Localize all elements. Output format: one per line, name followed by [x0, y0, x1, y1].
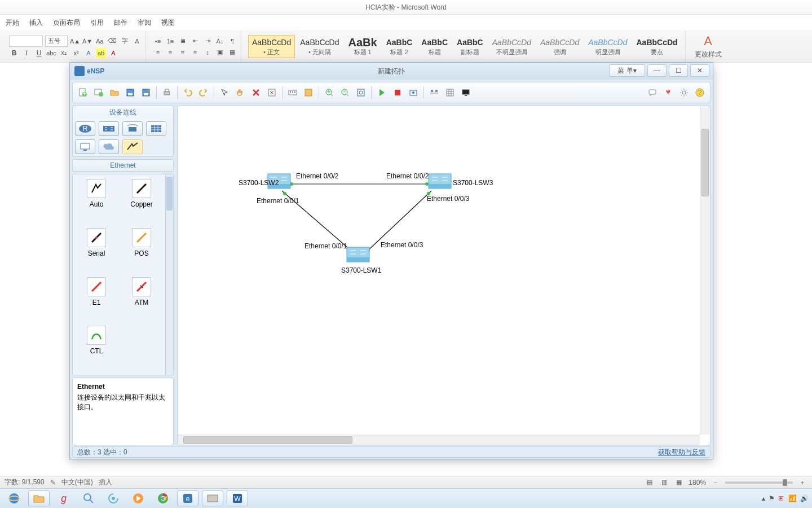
- ribbon-tab[interactable]: 页面布局: [53, 18, 80, 28]
- menu-button[interactable]: 菜 单 ▾: [609, 64, 645, 77]
- view-web-icon[interactable]: ▦: [674, 478, 684, 488]
- print-icon[interactable]: [160, 86, 174, 99]
- multilevel-icon[interactable]: ≣: [178, 36, 188, 46]
- align-left-icon[interactable]: ≡: [153, 47, 163, 58]
- switch-node[interactable]: S3700-LSW3: [429, 174, 493, 189]
- redo-icon[interactable]: [197, 86, 210, 99]
- zoom-slider[interactable]: [725, 481, 793, 484]
- ribbon-tab[interactable]: 审阅: [138, 18, 151, 28]
- cable-category-icon[interactable]: [122, 139, 143, 154]
- ensp-taskbar-icon[interactable]: e: [177, 491, 198, 506]
- save-icon[interactable]: [123, 86, 137, 99]
- ribbon-tab[interactable]: 开始: [6, 18, 19, 28]
- font-size-select[interactable]: 五号: [45, 36, 68, 47]
- align-center-icon[interactable]: ≡: [165, 47, 175, 58]
- tray-volume-icon[interactable]: 🔊: [800, 494, 809, 502]
- zoom-value[interactable]: 180%: [689, 479, 706, 487]
- grid-icon[interactable]: [443, 86, 457, 99]
- pan-icon[interactable]: [233, 86, 247, 99]
- cable-item-copper[interactable]: Copper: [120, 179, 163, 224]
- switch-node[interactable]: S3700-LSW1: [341, 247, 382, 274]
- underline-icon[interactable]: U: [34, 48, 44, 58]
- pointer-icon[interactable]: [218, 86, 231, 99]
- settings-icon[interactable]: [677, 86, 691, 99]
- delete-icon[interactable]: [249, 86, 263, 99]
- cloud-category-icon[interactable]: [99, 139, 119, 154]
- style-item[interactable]: AaBbC标题: [417, 35, 452, 58]
- open-icon[interactable]: [108, 86, 121, 99]
- capture-icon[interactable]: [407, 86, 420, 99]
- ensp-titlebar[interactable]: eNSP 新建拓扑 菜 单 ▾ — ☐ ✕: [70, 63, 713, 80]
- app-g-icon[interactable]: g: [53, 491, 74, 506]
- cable-item-auto[interactable]: Auto: [75, 179, 118, 224]
- clear-icon[interactable]: [265, 86, 279, 99]
- chrome-icon[interactable]: [152, 491, 174, 506]
- undo-icon[interactable]: [181, 86, 195, 99]
- grow-font-icon[interactable]: A▲: [70, 36, 80, 46]
- stop-icon[interactable]: [391, 86, 404, 99]
- help-icon[interactable]: ?: [693, 86, 707, 99]
- clear-format-icon[interactable]: ⌫: [107, 36, 117, 46]
- ie-icon[interactable]: [3, 491, 25, 506]
- view-print-icon[interactable]: ▤: [645, 478, 655, 488]
- text-effect-icon[interactable]: A: [83, 48, 94, 58]
- style-item[interactable]: AaBbCcDd• 正文: [248, 35, 295, 58]
- shading-icon[interactable]: ▣: [215, 47, 225, 58]
- explorer-icon[interactable]: [28, 491, 50, 506]
- app-keys-icon[interactable]: [202, 491, 223, 506]
- style-item[interactable]: AaBbCcDd强调: [536, 35, 583, 58]
- phonetic-icon[interactable]: 字: [120, 36, 130, 46]
- style-item[interactable]: AaBbC副标题: [453, 35, 487, 58]
- indent-inc-icon[interactable]: ⇥: [202, 36, 213, 46]
- cable-item-e1[interactable]: E1: [75, 277, 118, 322]
- palette-icon[interactable]: [302, 86, 315, 99]
- switch-category-icon[interactable]: [99, 121, 119, 136]
- close-button[interactable]: ✕: [690, 64, 709, 77]
- italic-icon[interactable]: I: [21, 48, 32, 58]
- sort-icon[interactable]: A↓: [215, 36, 225, 46]
- strike-icon[interactable]: abc: [46, 48, 56, 58]
- message-icon[interactable]: [646, 86, 659, 99]
- zoom-in-icon[interactable]: +: [797, 478, 807, 488]
- canvas-scrollbar-h[interactable]: [178, 435, 700, 445]
- style-item[interactable]: AaBbC标题 2: [382, 35, 417, 58]
- zoomin-icon[interactable]: +: [323, 86, 336, 99]
- start-icon[interactable]: [375, 86, 389, 99]
- subscript-icon[interactable]: x₂: [59, 48, 69, 58]
- align-right-icon[interactable]: ≡: [178, 47, 188, 58]
- style-item[interactable]: AaBbCcDd要点: [632, 35, 681, 58]
- firewall-category-icon[interactable]: [146, 121, 166, 136]
- saveas-icon[interactable]: [139, 86, 153, 99]
- zoom-fit-icon[interactable]: [354, 86, 368, 99]
- topology-canvas[interactable]: S3700-LSW2 S3700-LSW3 S3700-LSW1 Etherne…: [177, 106, 710, 445]
- bold-icon[interactable]: B: [9, 48, 19, 58]
- cable-item-serial[interactable]: Serial: [75, 228, 118, 273]
- cable-item-ctl[interactable]: CTL: [75, 326, 118, 370]
- line-spacing-icon[interactable]: ↕: [202, 47, 213, 58]
- cable-item-pos[interactable]: POS: [120, 228, 163, 273]
- tray-network-icon[interactable]: 📶: [788, 494, 797, 502]
- shrink-font-icon[interactable]: A▼: [82, 36, 92, 46]
- ribbon-tab[interactable]: 邮件: [114, 18, 127, 28]
- zoom-out-icon[interactable]: −: [710, 478, 721, 488]
- font-select[interactable]: [9, 36, 43, 47]
- maximize-button[interactable]: ☐: [669, 64, 688, 77]
- magnifier-icon[interactable]: [78, 491, 99, 506]
- indent-dec-icon[interactable]: ⇤: [190, 36, 200, 46]
- huawei-icon[interactable]: [661, 86, 675, 99]
- system-tray[interactable]: ▴ ⚑ ⛨ 📶 🔊: [762, 494, 809, 502]
- ribbon-tab[interactable]: 引用: [90, 18, 104, 28]
- wlan-category-icon[interactable]: [122, 121, 143, 136]
- tray-arrow-icon[interactable]: ▴: [762, 494, 765, 502]
- text-icon[interactable]: ⋯: [286, 86, 299, 99]
- tray-flag-icon[interactable]: ⚑: [769, 494, 775, 502]
- highlight-icon[interactable]: ab: [96, 48, 106, 58]
- proof-icon[interactable]: ✎: [50, 479, 56, 487]
- style-item[interactable]: AaBbCcDd• 无间隔: [296, 35, 343, 58]
- style-item[interactable]: AaBbCcDd不明显强调: [488, 35, 535, 58]
- show-marks-icon[interactable]: ¶: [227, 36, 237, 46]
- view-read-icon[interactable]: ▥: [659, 478, 669, 488]
- canvas-scrollbar-v[interactable]: [700, 106, 710, 435]
- cable-item-atm[interactable]: ATM: [120, 277, 163, 322]
- tray-shield-icon[interactable]: ⛨: [778, 494, 785, 502]
